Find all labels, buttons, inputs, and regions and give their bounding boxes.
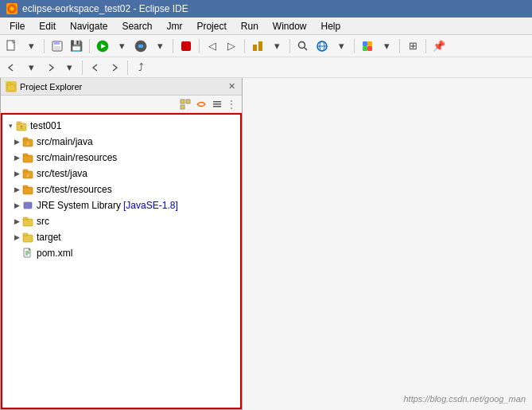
- sep-3: [173, 39, 173, 53]
- svg-point-13: [299, 41, 305, 48]
- svg-rect-49: [23, 235, 33, 242]
- stop-button[interactable]: [177, 37, 195, 55]
- menu-file[interactable]: File: [3, 19, 31, 33]
- build-button[interactable]: [249, 37, 266, 55]
- tree-arrow-target: ▶: [12, 233, 21, 241]
- tree-item-pom-xml[interactable]: ▶ pom.xml: [2, 245, 240, 261]
- web-button[interactable]: [313, 37, 331, 55]
- back-dropdown[interactable]: ▾: [22, 59, 40, 76]
- prev-button[interactable]: [87, 59, 104, 76]
- src-test-resources-icon: [21, 183, 34, 196]
- panel-title: Project Explorer: [20, 82, 82, 92]
- jre-library-icon: [21, 199, 34, 212]
- debug-dropdown[interactable]: ▾: [151, 37, 169, 55]
- tree-item-src-test-resources[interactable]: ▶ src/test/resources: [2, 182, 240, 197]
- tree-item-target[interactable]: ▶ target: [2, 229, 240, 245]
- menu-navigate[interactable]: Navigate: [64, 19, 114, 33]
- tree-item-src-main-java[interactable]: ▶ J src/main/java: [2, 134, 240, 150]
- pin-button[interactable]: 📌: [430, 37, 448, 55]
- svg-rect-42: [23, 185, 28, 188]
- project-icon: T: [15, 119, 28, 132]
- web-dropdown[interactable]: ▾: [332, 37, 350, 55]
- save-button[interactable]: [49, 37, 66, 55]
- tree-arrow-src-test-java: ▶: [12, 170, 21, 178]
- menu-bar: File Edit Navigate Search Jmr Project Ru…: [0, 18, 532, 35]
- restore-button[interactable]: ⊞: [404, 37, 421, 55]
- tree-item-src-main-resources[interactable]: ▶ src/main/resources: [2, 150, 240, 166]
- tree-arrow-src-test-resources: ▶: [12, 185, 21, 193]
- svg-rect-26: [181, 105, 184, 109]
- svg-rect-27: [213, 101, 221, 103]
- tree-view[interactable]: ▾ T test001 ▶ J: [1, 113, 242, 409]
- menu-project[interactable]: Project: [190, 19, 232, 33]
- share-button[interactable]: ⤴: [132, 59, 150, 76]
- tree-label-jre-suffix: [JavaSE-1.8]: [123, 200, 178, 211]
- svg-rect-21: [367, 46, 372, 51]
- new-button[interactable]: [3, 37, 21, 55]
- window-title: eclipse-eorkspace_test02 - Eclipse IDE: [22, 3, 188, 14]
- svg-rect-41: [23, 187, 33, 194]
- src-test-java-icon: J: [21, 167, 34, 180]
- menu-search[interactable]: Search: [115, 19, 158, 33]
- title-bar: eclipse-eorkspace_test02 - Eclipse IDE: [0, 0, 532, 18]
- tree-label-src-main-resources: src/main/resources: [37, 152, 117, 163]
- tree-label-jre: JRE System Library: [37, 200, 121, 211]
- menu-help[interactable]: Help: [315, 19, 348, 33]
- svg-rect-28: [213, 103, 221, 105]
- perspective-dropdown[interactable]: ▾: [378, 37, 395, 55]
- tree-label-src: src: [37, 216, 49, 227]
- view-menu-button[interactable]: [210, 97, 224, 111]
- prev-edit-button[interactable]: ◁: [204, 37, 221, 55]
- tree-item-root[interactable]: ▾ T test001: [2, 118, 240, 134]
- forward-button[interactable]: [41, 59, 59, 76]
- run-button[interactable]: [94, 37, 111, 55]
- save-all-button[interactable]: 💾: [68, 37, 85, 55]
- svg-rect-4: [54, 41, 60, 45]
- sep-4: [199, 39, 200, 53]
- svg-rect-23: [7, 83, 11, 85]
- tree-arrow-src-main-resources: ▶: [12, 154, 21, 162]
- sep-tb2-1: [82, 61, 83, 75]
- svg-rect-47: [23, 219, 33, 226]
- panel-icon: [6, 81, 17, 92]
- next-button[interactable]: [106, 59, 123, 76]
- toolbar-1: ▾ 💾 ▾ ▾ ◁ ▷ ▾: [0, 35, 532, 57]
- tree-label-src-test-java: src/test/java: [37, 168, 87, 179]
- tree-arrow-jre: ▶: [12, 201, 21, 209]
- tree-item-jre-library[interactable]: ▶ JRE System Library [JavaSE-1.8]: [2, 197, 240, 213]
- link-editor-button[interactable]: [194, 97, 208, 111]
- panel-close-button[interactable]: ✕: [226, 81, 237, 92]
- panel-header: Project Explorer ✕: [1, 78, 242, 96]
- back-button[interactable]: [3, 59, 21, 76]
- debug-button[interactable]: [132, 37, 150, 55]
- tree-label-src-test-resources: src/test/resources: [37, 184, 112, 195]
- tree-item-src-test-java[interactable]: ▶ J src/test/java: [2, 166, 240, 182]
- build-dropdown[interactable]: ▾: [268, 37, 285, 55]
- menu-jmr[interactable]: Jmr: [160, 19, 188, 33]
- sep-7: [354, 39, 355, 53]
- collapse-all-button[interactable]: [178, 97, 192, 111]
- forward-dropdown[interactable]: ▾: [60, 59, 78, 76]
- sep-tb2-2: [127, 61, 128, 75]
- svg-text:T: T: [20, 125, 22, 130]
- tree-arrow-root: ▾: [6, 122, 15, 130]
- sep-8: [399, 39, 400, 53]
- search-global-button[interactable]: [294, 37, 312, 55]
- perspective-button[interactable]: [359, 37, 376, 55]
- run-dropdown[interactable]: ▾: [113, 37, 130, 55]
- svg-rect-34: [23, 138, 28, 140]
- next-edit-button[interactable]: ▷: [223, 37, 240, 55]
- menu-edit[interactable]: Edit: [33, 19, 62, 33]
- editor-area: https://blog.csdn.net/goog_man: [243, 78, 532, 410]
- tree-label-pom-xml: pom.xml: [37, 248, 72, 259]
- app-icon: [6, 3, 17, 14]
- new-dropdown[interactable]: ▾: [22, 37, 40, 55]
- menu-window[interactable]: Window: [266, 19, 313, 33]
- sep-5: [244, 39, 245, 53]
- main-area: Project Explorer ✕: [0, 78, 532, 410]
- tree-item-src[interactable]: ▶ src: [2, 213, 240, 229]
- tree-label-root: test001: [30, 120, 61, 131]
- watermark: https://blog.csdn.net/goog_man: [404, 394, 526, 404]
- svg-rect-25: [186, 100, 190, 103]
- menu-run[interactable]: Run: [235, 19, 265, 33]
